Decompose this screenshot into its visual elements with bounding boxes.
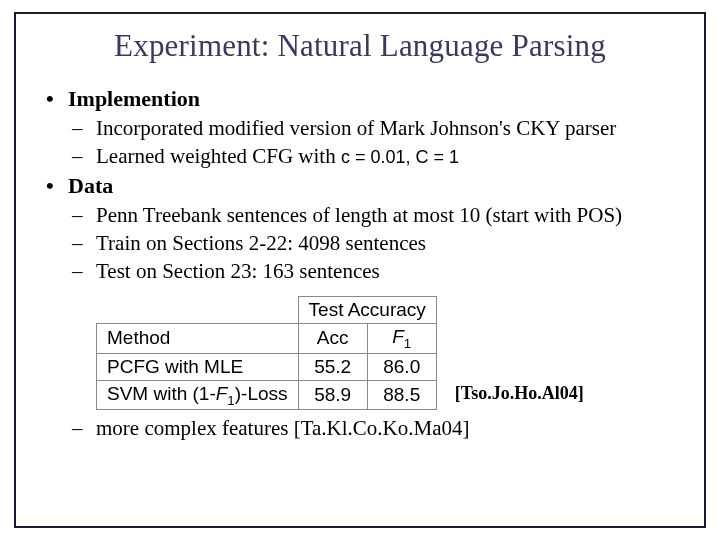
- method-prefix: SVM with (1-: [107, 383, 216, 404]
- f1-sub: 1: [404, 336, 411, 351]
- f1-cell: 86.0: [367, 353, 436, 380]
- bullet-label: Implemention: [68, 86, 200, 111]
- f1-letter: F: [216, 383, 228, 404]
- method-cell: PCFG with MLE: [97, 353, 299, 380]
- bullet-implementation: Implemention Incorporated modified versi…: [46, 86, 674, 171]
- header-group: Test Accuracy: [298, 296, 436, 323]
- col-header: Method: [97, 323, 299, 353]
- sub-bullet: Test on Section 23: 163 sentences: [68, 257, 674, 285]
- bullet-data: Data Penn Treebank sentences of length a…: [46, 173, 674, 286]
- empty-cell: [97, 296, 299, 323]
- acc-cell: 58.9: [298, 380, 367, 410]
- table-row: Method Acc F1: [97, 323, 437, 353]
- slide-frame: Experiment: Natural Language Parsing Imp…: [14, 12, 706, 528]
- method-cell: SVM with (1-F1)-Loss: [97, 380, 299, 410]
- sub-bullet: Incorporated modified version of Mark Jo…: [68, 114, 674, 142]
- bullet-label: Data: [68, 173, 113, 198]
- sub-bullet: Learned weighted CFG with c = 0.01, C = …: [68, 142, 674, 170]
- table-container: Test Accuracy Method Acc F1 PCFG with ML…: [96, 296, 674, 411]
- table-row: PCFG with MLE 55.2 86.0: [97, 353, 437, 380]
- sub-bullet: Penn Treebank sentences of length at mos…: [68, 201, 674, 229]
- f1-sub: 1: [227, 392, 234, 407]
- f1-letter: F: [392, 326, 404, 347]
- col-header: F1: [367, 323, 436, 353]
- slide-title: Experiment: Natural Language Parsing: [46, 28, 674, 64]
- sub-bullet: Train on Sections 2-22: 4098 sentences: [68, 229, 674, 257]
- bullet-list: Implemention Incorporated modified versi…: [46, 86, 674, 286]
- citation: [Tso.Jo.Ho.Al04]: [455, 383, 584, 410]
- formula: c = 0.01, C = 1: [341, 147, 459, 167]
- method-suffix: )-Loss: [235, 383, 288, 404]
- acc-cell: 55.2: [298, 353, 367, 380]
- table-row: Test Accuracy: [97, 296, 437, 323]
- sub-bullet-text: Learned weighted CFG with: [96, 144, 341, 168]
- table-row: SVM with (1-F1)-Loss 58.9 88.5: [97, 380, 437, 410]
- footer-bullet: more complex features [Ta.Kl.Co.Ko.Ma04]: [46, 416, 674, 441]
- results-table: Test Accuracy Method Acc F1 PCFG with ML…: [96, 296, 437, 411]
- f1-cell: 88.5: [367, 380, 436, 410]
- col-header: Acc: [298, 323, 367, 353]
